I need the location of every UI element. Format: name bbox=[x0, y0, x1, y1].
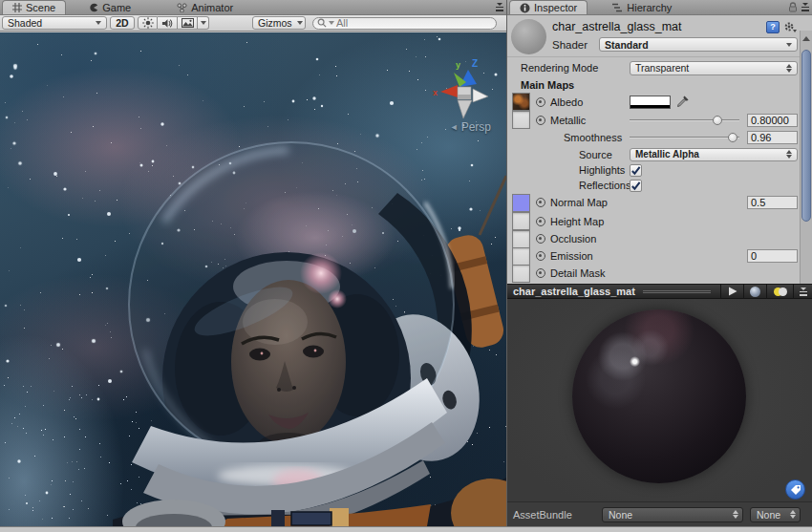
enum-updown-icon bbox=[786, 150, 792, 159]
object-picker-icon[interactable] bbox=[536, 198, 545, 207]
search-value: All bbox=[336, 17, 348, 29]
enum-updown-icon bbox=[790, 510, 796, 519]
gizmo-x-label: x bbox=[433, 88, 438, 97]
object-picker-icon[interactable] bbox=[536, 97, 545, 107]
tab-inspector[interactable]: Inspector bbox=[509, 0, 588, 14]
object-picker-icon[interactable] bbox=[536, 217, 545, 226]
material-preview-canvas[interactable] bbox=[507, 299, 812, 501]
scene-tab-options-icon[interactable] bbox=[496, 3, 503, 11]
scene-audio-toggle[interactable] bbox=[158, 16, 178, 30]
gizmos-dropdown[interactable]: Gizmos bbox=[252, 16, 306, 30]
normal-map-texture-thumbnail[interactable] bbox=[512, 194, 530, 212]
inspector-tab-bar: Inspector Hierarchy bbox=[507, 0, 812, 15]
shader-dropdown[interactable]: Standard bbox=[599, 37, 798, 52]
inspector-content: char_astrella_glass_mat ? Shader Standar… bbox=[507, 15, 812, 284]
check-icon bbox=[630, 181, 641, 191]
material-sphere-thumbnail[interactable] bbox=[511, 19, 546, 54]
albedo-texture-thumbnail[interactable] bbox=[512, 93, 530, 111]
gizmo-cone-right bbox=[473, 89, 488, 102]
reflections-checkbox[interactable] bbox=[630, 180, 642, 192]
object-picker-icon[interactable] bbox=[536, 234, 545, 244]
unity-editor-window: Scene Game Animator Shaded 2D bbox=[0, 0, 812, 532]
albedo-color-swatch[interactable] bbox=[630, 96, 671, 109]
highlights-checkbox[interactable] bbox=[630, 164, 642, 177]
object-picker-icon[interactable] bbox=[536, 268, 545, 278]
tab-animator[interactable]: Animator bbox=[167, 0, 243, 14]
slider-knob[interactable] bbox=[713, 116, 722, 125]
tab-hierarchy[interactable]: Hierarchy bbox=[603, 0, 681, 14]
persp-arrow-icon: ◄ bbox=[450, 122, 459, 132]
preview-options-icon[interactable] bbox=[793, 284, 812, 299]
height-map-row: Height Map bbox=[507, 212, 800, 230]
tab-label: Inspector bbox=[534, 2, 577, 13]
smoothness-row: Smoothness 0.96 bbox=[507, 129, 800, 146]
scene-search-field[interactable]: All bbox=[312, 17, 497, 30]
hierarchy-list-icon bbox=[612, 3, 623, 12]
shader-label: Shader bbox=[552, 39, 588, 51]
search-filter-chevron-icon bbox=[329, 21, 334, 25]
tab-game[interactable]: Game bbox=[79, 0, 140, 14]
preview-drag-handle[interactable] bbox=[643, 290, 711, 293]
scene-tab-bar: Scene Game Animator bbox=[0, 0, 506, 15]
metallic-value-field[interactable]: 0.80000 bbox=[747, 114, 798, 127]
inspector-scrollbar[interactable] bbox=[800, 31, 812, 299]
source-dropdown[interactable]: Metallic Alpha bbox=[630, 148, 798, 161]
scene-effects-dropdown[interactable] bbox=[198, 16, 209, 30]
assetbundle-tag-icon[interactable] bbox=[785, 479, 805, 500]
lock-icon[interactable] bbox=[788, 2, 798, 12]
assetbundle-dropdown[interactable]: None bbox=[602, 507, 743, 522]
scene-lighting-toggle[interactable] bbox=[138, 16, 158, 30]
material-properties: Rendering Mode Transparent Main Maps Alb… bbox=[507, 59, 800, 284]
highlights-row: Highlights bbox=[507, 162, 800, 178]
detail-mask-texture-slot[interactable] bbox=[512, 265, 530, 283]
scroll-up-icon[interactable] bbox=[801, 32, 812, 44]
height-map-texture-slot[interactable] bbox=[512, 212, 530, 230]
object-picker-icon[interactable] bbox=[536, 251, 545, 261]
help-icon[interactable]: ? bbox=[766, 21, 780, 33]
gizmo-y-label: y bbox=[456, 60, 460, 70]
window-bottom-edge bbox=[0, 526, 812, 532]
smoothness-slider[interactable] bbox=[630, 131, 739, 144]
albedo-row: Albedo bbox=[507, 93, 800, 111]
rendering-mode-dropdown[interactable]: Transparent bbox=[630, 61, 798, 75]
metallic-slider[interactable] bbox=[630, 114, 739, 127]
normal-map-value-field[interactable]: 0.5 bbox=[747, 196, 798, 209]
emission-value-field[interactable]: 0 bbox=[747, 249, 798, 263]
tab-label: Scene bbox=[26, 2, 55, 13]
occlusion-texture-slot[interactable] bbox=[512, 230, 530, 248]
assetbundle-variant-dropdown[interactable]: None bbox=[750, 507, 801, 522]
emission-texture-slot[interactable] bbox=[512, 247, 530, 266]
metallic-texture-slot[interactable] bbox=[512, 111, 530, 129]
smoothness-value-field[interactable]: 0.96 bbox=[747, 131, 798, 144]
preview-header[interactable]: char_astrella_glass_mat bbox=[507, 284, 812, 299]
chevron-down-icon bbox=[297, 21, 303, 25]
perspective-label[interactable]: ◄ Persp bbox=[450, 120, 491, 134]
eyedropper-icon[interactable] bbox=[676, 96, 689, 108]
orientation-gizmo[interactable]: x y Z bbox=[428, 57, 495, 120]
tag-icon bbox=[790, 484, 801, 496]
scene-effects-toggle[interactable] bbox=[178, 16, 198, 30]
tab-scene[interactable]: Scene bbox=[2, 0, 66, 14]
speaker-icon bbox=[161, 18, 173, 29]
preview-mesh-button[interactable] bbox=[743, 284, 766, 299]
material-name: char_astrella_glass_mat bbox=[552, 20, 682, 33]
scene-panel: Scene Game Animator Shaded 2D bbox=[0, 0, 506, 526]
preview-title: char_astrella_glass_mat bbox=[513, 286, 635, 297]
gizmo-z-label: Z bbox=[472, 58, 478, 69]
check-icon bbox=[630, 165, 641, 176]
2d-toggle-button[interactable]: 2D bbox=[110, 16, 135, 30]
scrollbar-thumb[interactable] bbox=[801, 50, 811, 222]
preview-play-button[interactable] bbox=[720, 284, 743, 299]
gear-icon[interactable] bbox=[783, 21, 798, 33]
game-icon bbox=[89, 3, 98, 12]
draw-mode-dropdown[interactable]: Shaded bbox=[2, 16, 107, 30]
draw-mode-value: Shaded bbox=[8, 17, 42, 29]
object-picker-icon[interactable] bbox=[536, 116, 545, 125]
main-maps-header: Main Maps bbox=[507, 76, 800, 93]
enum-updown-icon bbox=[786, 64, 792, 73]
scene-viewport[interactable]: x y Z ◄ Persp bbox=[0, 32, 506, 526]
gizmo-x-axis-cone bbox=[440, 85, 458, 97]
inspector-options-icon[interactable] bbox=[801, 3, 809, 11]
slider-knob[interactable] bbox=[728, 133, 737, 142]
preview-lighting-button[interactable] bbox=[766, 284, 793, 299]
